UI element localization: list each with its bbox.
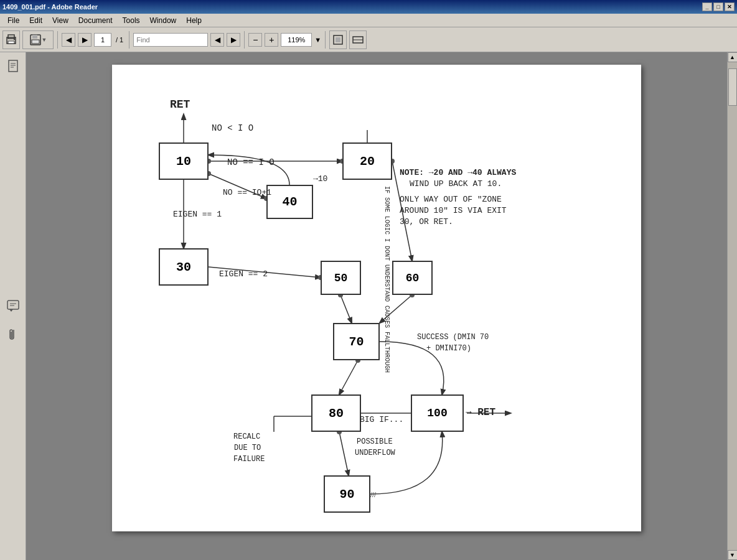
svg-line-25 [340,295,352,323]
box-10: 10 [159,142,209,180]
note-line5: 30, OR RET. [400,217,453,228]
svg-point-3 [14,38,15,39]
box-100: 100 [411,394,464,432]
scroll-up-button[interactable]: ▲ [728,52,738,62]
main-layout: 10 20 40 30 50 60 70 80 100 90 RET NO < … [0,52,737,560]
box-60: 60 [392,261,433,295]
note-line4: AROUND 10" IS VIA EXIT [400,205,507,217]
print-icon [5,34,17,46]
titlebar: 1409_001.pdf - Adobe Reader _ □ ✕ [0,0,737,14]
save-icon [29,34,42,46]
no-lt-io-label: NO < I O [212,123,253,135]
prev-page-button[interactable]: ◀ [62,33,75,47]
zoom-input[interactable] [281,33,312,47]
separator-2 [129,31,129,49]
scrollbar-right: ▲ ▼ [727,52,737,560]
note-header: NOTE: →20 AND →40 ALWAYS [400,167,516,179]
menu-tools[interactable]: Tools [118,15,145,26]
note-line2: WIND UP BACK AT 10. [410,179,502,190]
find-prev-button[interactable]: ◀ [210,33,224,47]
box-70: 70 [333,323,380,360]
recalc-label2: DUE TO [234,443,261,454]
box-80: 80 [311,394,361,432]
fit-page-button[interactable] [329,30,347,49]
close-button[interactable]: ✕ [725,2,735,11]
comments-icon[interactable] [4,297,22,315]
menu-help[interactable]: Help [181,15,207,26]
failure-label: FAILURE [233,454,265,465]
pages-icon[interactable] [4,57,22,75]
page-total: / 1 [114,36,125,44]
print-button[interactable] [2,30,20,49]
fit-width-icon [352,34,364,45]
recalc-label: RECALC [233,432,260,442]
titlebar-buttons: _ □ ✕ [702,2,735,11]
zoom-in-button[interactable]: + [265,33,278,47]
menu-view[interactable]: View [47,15,73,26]
save-button[interactable]: ▼ [22,30,54,49]
ret-label-top: RET [170,97,190,113]
eigen2-label: EIGEN == 2 [219,269,268,280]
success-label2: + DMINI70) [426,343,471,354]
menu-window[interactable]: Window [145,15,182,26]
no-eq-io-label: NO == I O [227,157,275,169]
zoom-dropdown-icon[interactable]: ▼ [314,36,321,44]
menubar: File Edit View Document Tools Window Hel… [0,14,737,27]
svg-rect-2 [8,41,14,44]
zoom-out-button[interactable]: − [248,33,262,47]
box-90-hash: /// [370,491,376,498]
big-if-label: BIG IF... [360,414,403,426]
diagram-svg [112,65,641,531]
svg-rect-5 [32,35,37,39]
separator-3 [244,31,245,49]
eigen1-label: EIGEN == 1 [173,209,222,220]
left-panel [0,52,26,560]
titlebar-title: 1409_001.pdf - Adobe Reader [2,3,98,11]
fit-page-icon [332,34,344,45]
success-label: SUCCESS (DMIN 70 [417,332,489,343]
find-input[interactable] [133,33,208,47]
menu-document[interactable]: Document [73,15,118,26]
fallthrough-label: IF SOME LOGIC I DONT UNDERSTAND CAUSES F… [383,186,391,373]
svg-rect-1 [8,35,14,39]
box-20: 20 [342,142,392,180]
underflow-label: UNDERFLOW [355,448,395,459]
box-90: 90 [324,475,370,513]
svg-rect-6 [32,40,39,44]
svg-rect-11 [9,60,17,72]
attachments-icon[interactable] [4,326,22,343]
pdf-page: 10 20 40 30 50 60 70 80 100 90 RET NO < … [112,65,641,531]
scroll-thumb[interactable] [728,68,737,106]
menu-edit[interactable]: Edit [24,15,47,26]
scroll-down-button[interactable]: ▼ [728,550,738,560]
minimize-button[interactable]: _ [702,2,712,11]
separator-1 [57,31,58,49]
box-40: 40 [266,185,313,219]
find-next-button[interactable]: ▶ [227,33,240,47]
fit-width-button[interactable] [349,30,367,49]
ret-label-right: → RET [466,406,495,419]
scroll-track [728,62,738,550]
possible-label: POSSIBLE [357,437,393,447]
menu-file[interactable]: File [2,15,24,26]
svg-line-27 [339,360,358,394]
svg-marker-16 [9,309,13,312]
box-30: 30 [159,248,209,286]
maximize-button[interactable]: □ [713,2,723,11]
doc-area: 10 20 40 30 50 60 70 80 100 90 RET NO < … [26,52,727,560]
box-50: 50 [321,261,361,295]
svg-rect-8 [336,37,340,42]
separator-4 [325,31,326,49]
next-page-button[interactable]: ▶ [78,33,92,47]
svg-rect-15 [7,301,19,309]
toolbar: ▼ ◀ ▶ / 1 ◀ ▶ − + ▼ [0,27,737,52]
page-number-input[interactable] [94,33,111,47]
svg-line-30 [339,432,349,475]
arrow-10-label: →10 [313,174,327,185]
no-eq-io1-label: NO == IO+1 [223,187,271,198]
note-line3: ONLY WAY OUT OF "ZONE [400,194,502,205]
